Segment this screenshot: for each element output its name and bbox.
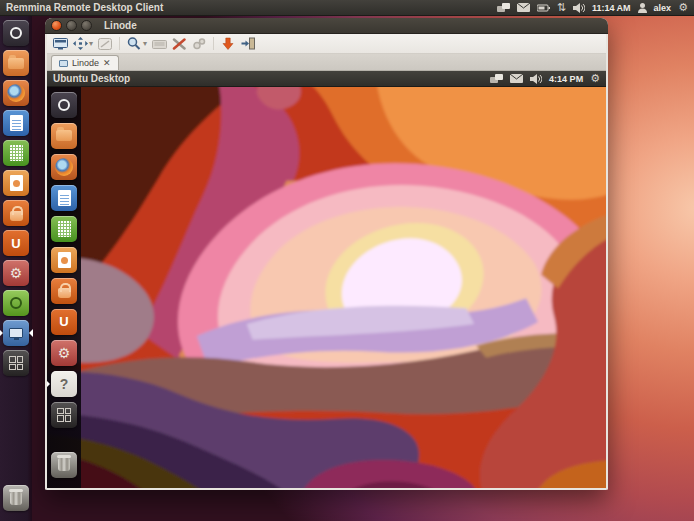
network-icon[interactable] (490, 74, 503, 84)
remote-clock[interactable]: 4:14 PM (549, 74, 583, 84)
session-gear-icon[interactable]: ⚙ (590, 73, 600, 84)
remote-launcher-item-firefox[interactable] (47, 151, 81, 182)
remote-launcher-item-system-settings[interactable]: ⚙ (47, 337, 81, 368)
user-icon[interactable] (638, 3, 647, 13)
toolbar-separator (213, 37, 214, 50)
host-clock[interactable]: 11:14 AM (592, 3, 631, 13)
launcher-item-remmina[interactable] (0, 318, 32, 348)
zoom-button[interactable] (125, 35, 143, 52)
workspace-switcher-icon (3, 350, 29, 376)
toolbar-separator (119, 37, 120, 50)
scaled-mode-button[interactable] (96, 35, 114, 52)
launcher-item-impress[interactable] (0, 168, 32, 198)
minimize-window-button[interactable] (66, 20, 77, 31)
host-tray: ⇅ 11:14 AM alex ⚙ (497, 2, 688, 13)
settings-gear-icon: ⚙ (3, 260, 29, 286)
mail-icon[interactable] (510, 74, 523, 83)
sync-arrows-icon[interactable]: ⇅ (557, 2, 566, 13)
focus-pip (29, 329, 33, 337)
calc-icon (3, 140, 29, 166)
zoom-dropdown-caret[interactable]: ▾ (143, 39, 147, 48)
tab-close-icon[interactable]: ✕ (103, 58, 111, 68)
remote-launcher-item-dash-home[interactable] (47, 89, 81, 120)
remote-launcher-item-trash[interactable] (47, 449, 81, 480)
fit-dropdown-caret[interactable]: ▾ (89, 39, 93, 48)
ubuntu-dash-icon (3, 20, 29, 46)
firefox-icon (3, 80, 29, 106)
ubuntu-dash-icon (51, 92, 77, 118)
unknown-app-icon: ? (51, 371, 77, 397)
tab-screen-icon (59, 60, 68, 67)
remote-wallpaper (47, 87, 606, 488)
remote-launcher-item-calc[interactable] (47, 213, 81, 244)
calc-icon (51, 216, 77, 242)
launcher-item-calc[interactable] (0, 138, 32, 168)
tab-label: Linode (72, 58, 99, 68)
trash-icon (3, 485, 29, 511)
window-title: Linode (104, 20, 137, 31)
fit-window-button[interactable] (71, 35, 89, 52)
host-top-panel: Remmina Remote Desktop Client ⇅ 11:14 AM… (0, 0, 694, 16)
folder-icon (51, 123, 77, 149)
remote-launcher-item-writer[interactable] (47, 182, 81, 213)
firefox-icon (51, 154, 77, 180)
remote-launcher-item-workspaces[interactable] (47, 399, 81, 430)
remmina-icon (3, 320, 29, 346)
preferences-button[interactable] (170, 35, 188, 52)
launcher-item-dash-home[interactable] (0, 18, 32, 48)
launcher-item-workspaces[interactable] (0, 348, 32, 378)
remote-launcher-item-impress[interactable] (47, 244, 81, 275)
tools-button[interactable] (190, 35, 208, 52)
workspace-switcher-icon (51, 402, 77, 428)
volume-icon[interactable] (573, 3, 585, 13)
launcher-item-firefox[interactable] (0, 78, 32, 108)
window-titlebar[interactable]: Linode (45, 18, 608, 34)
ubuntu-green-icon (3, 290, 29, 316)
remote-tray: 4:14 PM ⚙ (490, 73, 600, 84)
launcher-item-trash[interactable] (0, 483, 32, 513)
remote-launcher-item-software-center[interactable] (47, 275, 81, 306)
remote-launcher-item-home-folder[interactable] (47, 120, 81, 151)
launcher-item-system-settings[interactable]: ⚙ (0, 258, 32, 288)
remote-desktop-title: Ubuntu Desktop (53, 73, 130, 84)
tab-bar: Linode ✕ (47, 54, 606, 71)
network-icon[interactable] (497, 3, 510, 13)
mail-icon[interactable] (517, 3, 530, 12)
screenshot-button[interactable] (219, 35, 237, 52)
launcher-item-ubuntu-one[interactable]: U (0, 228, 32, 258)
disconnect-button[interactable] (239, 35, 257, 52)
battery-icon[interactable] (537, 4, 550, 12)
remote-top-panel: Ubuntu Desktop 4:14 PM ⚙ (47, 71, 606, 87)
remote-desktop-viewport[interactable]: Ubuntu Desktop 4:14 PM ⚙ (47, 71, 606, 488)
remote-launcher-item-ubuntu-one[interactable]: U (47, 306, 81, 337)
settings-gear-icon: ⚙ (51, 340, 77, 366)
writer-icon (51, 185, 77, 211)
software-center-icon (51, 278, 77, 304)
maximize-window-button[interactable] (81, 20, 92, 31)
software-center-icon (3, 200, 29, 226)
trash-icon (51, 452, 77, 478)
close-window-button[interactable] (51, 20, 62, 31)
remmina-window: Linode ▾ ▾ (45, 18, 608, 490)
launcher-item-home-folder[interactable] (0, 48, 32, 78)
ubuntu-one-icon: U (51, 309, 77, 335)
session-gear-icon[interactable]: ⚙ (678, 2, 688, 13)
volume-icon[interactable] (530, 74, 542, 84)
ubuntu-one-icon: U (3, 230, 29, 256)
host-username[interactable]: alex (654, 3, 672, 13)
launcher-item-writer[interactable] (0, 108, 32, 138)
folder-icon (3, 50, 29, 76)
launcher-item-software-center[interactable] (0, 198, 32, 228)
impress-icon (3, 170, 29, 196)
fullscreen-button[interactable] (51, 35, 69, 52)
host-app-title: Remmina Remote Desktop Client (6, 2, 163, 13)
remote-launcher-item-unknown-app[interactable]: ? (47, 368, 81, 399)
tab-linode[interactable]: Linode ✕ (51, 55, 119, 70)
host-unity-launcher: U ⚙ (0, 16, 32, 521)
launcher-item-ubuntu-software[interactable] (0, 288, 32, 318)
writer-icon (3, 110, 29, 136)
grab-keyboard-button[interactable] (150, 35, 168, 52)
impress-icon (51, 247, 77, 273)
running-pip (47, 380, 50, 388)
remote-unity-launcher: U ⚙ ? (47, 87, 81, 488)
